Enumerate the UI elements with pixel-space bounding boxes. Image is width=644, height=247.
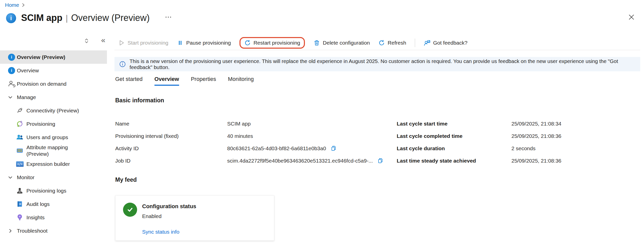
delete-configuration-button[interactable]: Delete configuration <box>313 40 370 46</box>
got-feedback-label: Got feedback? <box>433 40 468 46</box>
scim-app-overview-page: { "breadcrumb": { "home": "Home" }, "hea… <box>0 0 644 247</box>
last-cycle-start-label: Last cycle start time <box>397 120 448 127</box>
copy-icon[interactable] <box>331 145 337 152</box>
activity-id-row: 80c63621-62a5-4d03-bf82-6a6811e0b3a0 <box>227 145 337 152</box>
info-glyph: i <box>11 68 12 73</box>
feedback-icon <box>424 40 430 46</box>
code-icon: </> <box>16 161 24 167</box>
sidebar-item-attribute-mapping[interactable]: Attribute mapping (Preview) <box>0 144 107 157</box>
sidebar-group-label: Troubleshoot <box>17 228 48 234</box>
refresh-label: Refresh <box>388 40 406 46</box>
more-options-icon[interactable] <box>164 15 173 19</box>
table-icon <box>16 147 24 154</box>
pause-provisioning-button[interactable]: Pause provisioning <box>177 40 231 46</box>
sidebar-group-manage[interactable]: Manage <box>0 90 107 104</box>
refresh-icon <box>378 40 385 46</box>
banner-text: This is a new version of the provisionin… <box>130 58 640 70</box>
job-id-label: Job ID <box>115 157 131 164</box>
sidebar-item-overview[interactable]: i Overview <box>0 64 107 77</box>
tab-get-started[interactable]: Get started <box>115 76 143 86</box>
sidebar-item-provision-on-demand[interactable]: Provision on demand <box>0 77 107 90</box>
command-bar-divider-line <box>114 50 640 50</box>
tab-bar: Get started Overview Properties Monitori… <box>115 76 254 86</box>
name-value: SCIM app <box>227 120 251 127</box>
configuration-status-value: Enabled <box>142 213 162 219</box>
sidebar-item-provisioning-logs[interactable]: Provisioning logs <box>0 184 107 197</box>
sidebar-group-troubleshoot[interactable]: Troubleshoot <box>0 224 107 237</box>
pause-provisioning-label: Pause provisioning <box>186 40 231 46</box>
provisioning-interval-value: 40 minutes <box>227 133 253 139</box>
page-view-name: Overview (Preview) <box>71 13 150 23</box>
refresh-button[interactable]: Refresh <box>378 40 406 46</box>
info-icon: i <box>8 67 16 74</box>
tab-properties[interactable]: Properties <box>191 76 216 86</box>
last-cycle-start-value: 25/09/2025, 21:08:34 <box>511 120 561 127</box>
page-title: SCIM app | Overview (Preview) <box>21 13 150 23</box>
pause-icon <box>177 40 183 46</box>
book-icon <box>16 200 24 208</box>
sidebar-item-label: Provision on demand <box>17 81 66 87</box>
users-icon <box>16 134 24 141</box>
configuration-status-title: Configuration status <box>142 203 196 210</box>
sidebar-group-label: Manage <box>17 94 36 101</box>
job-id-row: scim.4da2272f9f5e40be963463620e513321.ec… <box>227 157 384 164</box>
sidebar-item-users-and-groups[interactable]: Users and groups <box>0 131 107 144</box>
activity-id-value: 80c63621-62a5-4d03-bf82-6a6811e0b3a0 <box>227 145 326 152</box>
info-banner: This is a new version of the provisionin… <box>114 57 640 71</box>
got-feedback-button[interactable]: Got feedback? <box>424 40 468 46</box>
restart-provisioning-highlight-ring: Restart provisioning <box>239 37 305 49</box>
last-cycle-duration-label: Last cycle duration <box>397 145 445 152</box>
sidebar-item-audit-logs[interactable]: Audit logs <box>0 197 107 211</box>
tab-monitoring[interactable]: Monitoring <box>228 76 254 86</box>
close-icon[interactable] <box>627 13 636 22</box>
expand-collapse-menu-icon[interactable] <box>84 38 89 45</box>
sidebar-item-label: Overview <box>17 67 39 74</box>
chevron-down-icon <box>8 175 14 180</box>
last-cycle-duration-value: 2 seconds <box>511 145 536 152</box>
command-bar: Start provisioning Pause provisioning Re… <box>118 37 467 49</box>
sync-cycle-icon <box>16 120 24 128</box>
toolbar-divider <box>415 39 415 47</box>
restart-icon <box>244 40 251 46</box>
restart-provisioning-label: Restart provisioning <box>254 40 300 46</box>
sync-status-info-link[interactable]: Sync status info <box>142 229 179 235</box>
sidebar-item-provisioning[interactable]: Provisioning <box>0 117 107 131</box>
sidebar-item-label: Users and groups <box>26 134 68 141</box>
play-icon <box>118 40 125 46</box>
title-separator: | <box>66 13 68 23</box>
sidebar-item-label: Attribute mapping (Preview) <box>26 144 89 157</box>
provisioning-interval-label: Provisioning interval (fixed) <box>115 133 179 139</box>
breadcrumb-home-link[interactable]: Home <box>5 2 19 8</box>
last-cycle-completed-value: 25/09/2025, 21:08:36 <box>511 133 561 139</box>
copy-icon[interactable] <box>377 157 384 164</box>
my-feed-heading: My feed <box>115 176 137 183</box>
sidebar-item-label: Insights <box>26 214 45 221</box>
app-name: SCIM app <box>21 13 62 23</box>
job-id-value: scim.4da2272f9f5e40be963463620e513321.ec… <box>227 157 373 164</box>
restart-provisioning-button[interactable]: Restart provisioning <box>244 40 300 46</box>
sidebar-item-label: Audit logs <box>26 201 50 207</box>
sidebar-item-expression-builder[interactable]: </> Expression builder <box>0 157 107 171</box>
app-info-glyph: i <box>10 15 12 22</box>
info-glyph: i <box>11 55 12 59</box>
last-steady-state-value: 25/09/2025, 21:08:36 <box>511 157 561 164</box>
sidebar-item-label: Connectivity (Preview) <box>26 107 79 114</box>
chevron-down-icon <box>8 95 14 100</box>
trash-icon <box>313 40 320 46</box>
chevron-right-icon <box>8 228 14 234</box>
person-sync-icon <box>8 80 16 87</box>
sidebar: i Overview (Preview) i Overview Provisio… <box>0 50 107 237</box>
collapse-sidebar-icon[interactable]: « <box>101 36 105 44</box>
tab-overview[interactable]: Overview <box>154 76 179 86</box>
sidebar-item-insights[interactable]: Insights <box>0 211 107 224</box>
last-cycle-completed-label: Last cycle completed time <box>397 133 462 139</box>
sidebar-item-connectivity-preview[interactable]: Connectivity (Preview) <box>0 104 107 117</box>
start-provisioning-button: Start provisioning <box>118 40 168 46</box>
sidebar-group-monitor[interactable]: Monitor <box>0 171 107 184</box>
sidebar-item-label: Provisioning <box>26 121 55 127</box>
activity-id-label: Activity ID <box>115 145 139 152</box>
info-icon: i <box>8 54 16 61</box>
sidebar-item-overview-preview[interactable]: i Overview (Preview) <box>0 50 107 64</box>
last-steady-state-label: Last time steady state achieved <box>397 157 476 164</box>
name-label: Name <box>115 120 129 127</box>
